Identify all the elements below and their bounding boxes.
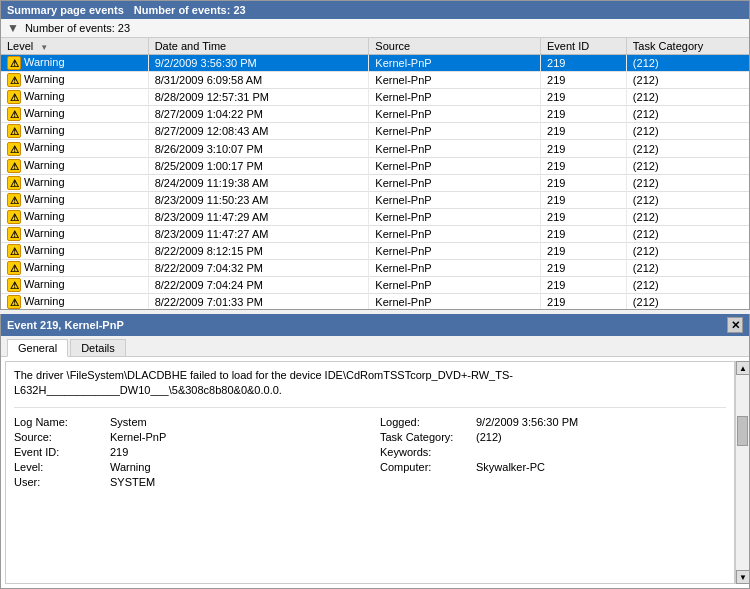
cell-source: Kernel-PnP	[369, 55, 541, 72]
bottom-header: Event 219, Kernel-PnP ✕	[1, 314, 749, 336]
warning-icon: ⚠	[7, 90, 21, 104]
cell-datetime: 8/25/2009 1:00:17 PM	[148, 157, 369, 174]
filter-label: Number of events: 23	[25, 22, 130, 34]
field-row: Log Name:System	[14, 416, 360, 428]
table-row[interactable]: ⚠Warning8/26/2009 3:10:07 PMKernel-PnP21…	[1, 140, 749, 157]
cell-level: ⚠Warning	[1, 106, 148, 123]
events-table-container[interactable]: Level ▼ Date and Time Source Event ID Ta…	[1, 38, 749, 309]
bottom-header-title: Event 219, Kernel-PnP	[7, 319, 124, 331]
table-row[interactable]: ⚠Warning8/22/2009 7:01:33 PMKernel-PnP21…	[1, 294, 749, 309]
field-label: Keywords:	[380, 446, 470, 458]
col-taskcategory[interactable]: Task Category	[626, 38, 749, 55]
cell-source: Kernel-PnP	[369, 157, 541, 174]
cell-source: Kernel-PnP	[369, 260, 541, 277]
scrollbar-thumb[interactable]	[737, 416, 748, 446]
scrollbar-down[interactable]: ▼	[736, 570, 749, 584]
cell-source: Kernel-PnP	[369, 89, 541, 106]
tab-general[interactable]: General	[7, 339, 68, 357]
cell-source: Kernel-PnP	[369, 243, 541, 260]
cell-eventid: 219	[541, 55, 627, 72]
table-row[interactable]: ⚠Warning8/25/2009 1:00:17 PMKernel-PnP21…	[1, 157, 749, 174]
top-header: Summary page events Number of events: 23	[1, 1, 749, 19]
field-label: Source:	[14, 431, 104, 443]
filter-icon: ▼	[7, 21, 19, 35]
table-row[interactable]: ⚠Warning8/28/2009 12:57:31 PMKernel-PnP2…	[1, 89, 749, 106]
table-row[interactable]: ⚠Warning8/23/2009 11:50:23 AMKernel-PnP2…	[1, 191, 749, 208]
cell-eventid: 219	[541, 174, 627, 191]
cell-eventid: 219	[541, 72, 627, 89]
field-label: Event ID:	[14, 446, 104, 458]
cell-level: ⚠Warning	[1, 277, 148, 294]
col-source[interactable]: Source	[369, 38, 541, 55]
detail-text-area[interactable]: The driver \FileSystem\DLACDBHE failed t…	[5, 361, 735, 584]
field-row: Source:Kernel-PnP	[14, 431, 360, 443]
warning-icon: ⚠	[7, 107, 21, 121]
table-row[interactable]: ⚠Warning8/27/2009 12:08:43 AMKernel-PnP2…	[1, 123, 749, 140]
table-row[interactable]: ⚠Warning8/27/2009 1:04:22 PMKernel-PnP21…	[1, 106, 749, 123]
cell-datetime: 8/22/2009 7:01:33 PM	[148, 294, 369, 309]
cell-taskcategory: (212)	[626, 55, 749, 72]
cell-level: ⚠Warning	[1, 157, 148, 174]
scrollbar-up[interactable]: ▲	[736, 361, 749, 375]
warning-icon: ⚠	[7, 56, 21, 70]
warning-icon: ⚠	[7, 227, 21, 241]
warning-icon: ⚠	[7, 124, 21, 138]
table-row[interactable]: ⚠Warning8/22/2009 7:04:32 PMKernel-PnP21…	[1, 260, 749, 277]
cell-source: Kernel-PnP	[369, 106, 541, 123]
cell-taskcategory: (212)	[626, 277, 749, 294]
cell-level: ⚠Warning	[1, 191, 148, 208]
cell-level: ⚠Warning	[1, 55, 148, 72]
col-eventid[interactable]: Event ID	[541, 38, 627, 55]
cell-eventid: 219	[541, 123, 627, 140]
table-row[interactable]: ⚠Warning8/23/2009 11:47:29 AMKernel-PnP2…	[1, 208, 749, 225]
cell-source: Kernel-PnP	[369, 277, 541, 294]
detail-content: The driver \FileSystem\DLACDBHE failed t…	[1, 357, 749, 588]
cell-level: ⚠Warning	[1, 260, 148, 277]
cell-datetime: 8/22/2009 7:04:24 PM	[148, 277, 369, 294]
table-header-row: Level ▼ Date and Time Source Event ID Ta…	[1, 38, 749, 55]
warning-icon: ⚠	[7, 244, 21, 258]
cell-level: ⚠Warning	[1, 174, 148, 191]
field-value: System	[110, 416, 147, 428]
warning-icon: ⚠	[7, 278, 21, 292]
cell-datetime: 8/23/2009 11:50:23 AM	[148, 191, 369, 208]
close-button[interactable]: ✕	[727, 317, 743, 333]
warning-icon: ⚠	[7, 73, 21, 87]
field-row: User:SYSTEM	[14, 476, 360, 488]
table-row[interactable]: ⚠Warning8/23/2009 11:47:27 AMKernel-PnP2…	[1, 225, 749, 242]
tab-details[interactable]: Details	[70, 339, 126, 356]
cell-level: ⚠Warning	[1, 243, 148, 260]
field-row: Task Category:(212)	[380, 431, 726, 443]
cell-level: ⚠Warning	[1, 72, 148, 89]
cell-source: Kernel-PnP	[369, 72, 541, 89]
cell-taskcategory: (212)	[626, 191, 749, 208]
top-header-events: Number of events: 23	[134, 4, 246, 16]
cell-datetime: 8/26/2009 3:10:07 PM	[148, 140, 369, 157]
col-datetime[interactable]: Date and Time	[148, 38, 369, 55]
main-container: Summary page events Number of events: 23…	[0, 0, 750, 589]
table-row[interactable]: ⚠Warning8/31/2009 6:09:58 AMKernel-PnP21…	[1, 72, 749, 89]
table-row[interactable]: ⚠Warning9/2/2009 3:56:30 PMKernel-PnP219…	[1, 55, 749, 72]
event-message: The driver \FileSystem\DLACDBHE failed t…	[14, 368, 726, 408]
field-value: SYSTEM	[110, 476, 155, 488]
cell-eventid: 219	[541, 157, 627, 174]
col-level[interactable]: Level ▼	[1, 38, 148, 55]
table-row[interactable]: ⚠Warning8/22/2009 7:04:24 PMKernel-PnP21…	[1, 277, 749, 294]
table-row[interactable]: ⚠Warning8/22/2009 8:12:15 PMKernel-PnP21…	[1, 243, 749, 260]
cell-taskcategory: (212)	[626, 225, 749, 242]
cell-datetime: 8/27/2009 1:04:22 PM	[148, 106, 369, 123]
cell-level: ⚠Warning	[1, 123, 148, 140]
cell-source: Kernel-PnP	[369, 123, 541, 140]
cell-datetime: 8/31/2009 6:09:58 AM	[148, 72, 369, 89]
cell-datetime: 8/27/2009 12:08:43 AM	[148, 123, 369, 140]
field-value: 219	[110, 446, 128, 458]
cell-datetime: 8/28/2009 12:57:31 PM	[148, 89, 369, 106]
field-row: Logged:9/2/2009 3:56:30 PM	[380, 416, 726, 428]
cell-datetime: 8/22/2009 7:04:32 PM	[148, 260, 369, 277]
events-table: Level ▼ Date and Time Source Event ID Ta…	[1, 38, 749, 309]
cell-eventid: 219	[541, 277, 627, 294]
table-row[interactable]: ⚠Warning8/24/2009 11:19:38 AMKernel-PnP2…	[1, 174, 749, 191]
top-header-title: Summary page events	[7, 4, 124, 16]
cell-source: Kernel-PnP	[369, 294, 541, 309]
detail-fields: Log Name:SystemSource:Kernel-PnPEvent ID…	[14, 416, 726, 488]
